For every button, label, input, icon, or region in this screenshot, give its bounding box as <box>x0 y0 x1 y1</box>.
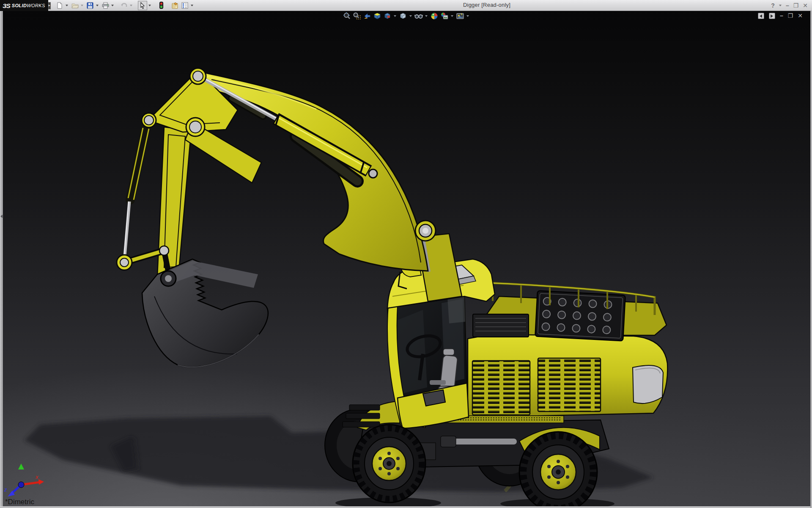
solidworks-logo-text: SOLIDWORKS <box>12 3 45 8</box>
select-tool-dropdown[interactable] <box>148 5 151 6</box>
open-document-button[interactable] <box>70 1 80 10</box>
dipper-cylinder <box>124 127 149 261</box>
print-dropdown[interactable] <box>111 5 114 6</box>
view-orientation-dropdown[interactable] <box>394 15 396 17</box>
display-style-dropdown[interactable] <box>409 15 412 17</box>
apply-scene-dropdown[interactable] <box>451 15 453 17</box>
undo-dropdown[interactable] <box>130 5 132 6</box>
splitter-collapse-arrow <box>0 215 3 218</box>
document-title: Digger [Read-only] <box>463 2 510 8</box>
left-pane-toggle-icon[interactable] <box>758 13 764 19</box>
help-dropdown[interactable] <box>779 5 782 6</box>
help-button[interactable]: ? <box>771 2 775 9</box>
doc-restore-button[interactable]: ❐ <box>788 13 793 19</box>
view-settings-dropdown[interactable] <box>466 15 469 17</box>
zoom-to-fit-button[interactable] <box>342 12 351 20</box>
zoom-to-area-button[interactable] <box>352 12 361 20</box>
standard-toolbar <box>55 0 195 10</box>
stoplight-button[interactable] <box>156 1 166 10</box>
doc-minimize-button[interactable]: – <box>780 13 783 19</box>
view-orientation-label: *Dimetric <box>5 498 34 506</box>
display-style-button[interactable] <box>398 12 407 20</box>
save-dropdown[interactable] <box>96 5 99 6</box>
minimize-button[interactable]: – <box>786 2 789 9</box>
apply-scene-button[interactable] <box>440 12 449 20</box>
view-settings-button[interactable] <box>455 12 464 20</box>
z-axis-label: z <box>4 486 7 493</box>
section-view-button[interactable] <box>373 12 381 20</box>
window-frame-right <box>810 11 812 508</box>
x-axis-arrow <box>38 479 44 485</box>
title-bar: ЗS SOLIDWORKS ▸ <box>0 0 812 11</box>
menu-flyout-button[interactable]: ▸ <box>48 2 51 9</box>
view-orientation-button[interactable] <box>383 12 392 20</box>
hide-show-items-dropdown[interactable] <box>425 15 428 17</box>
x-axis-label: x <box>35 474 38 480</box>
app-window-controls: ? – ❐ ✕ <box>771 0 808 11</box>
heads-up-view-toolbar <box>0 12 812 20</box>
undo-button[interactable] <box>119 1 129 10</box>
solidworks-logo-mark: ЗS <box>3 2 10 9</box>
solidworks-logo: ЗS SOLIDWORKS ▸ <box>0 0 48 11</box>
options-list-dropdown[interactable] <box>191 5 193 6</box>
new-document-dropdown[interactable] <box>66 5 68 6</box>
previous-view-button[interactable] <box>362 12 371 20</box>
y-axis-arrow <box>18 464 24 469</box>
doc-close-button[interactable]: ✕ <box>798 13 803 19</box>
edit-appearance-button[interactable] <box>430 12 439 20</box>
restore-button[interactable]: ❐ <box>793 2 799 9</box>
document-window-controls: – ❐ ✕ <box>758 13 803 19</box>
digger-3d-model[interactable] <box>0 11 812 506</box>
hide-show-items-button[interactable] <box>414 12 423 20</box>
front-wheel <box>353 425 425 502</box>
right-pane-toggle-icon[interactable] <box>769 13 775 19</box>
close-button[interactable]: ✕ <box>803 2 808 9</box>
new-document-button[interactable] <box>55 1 64 10</box>
window-frame-bottom <box>0 506 812 508</box>
rear-wheel <box>519 432 597 506</box>
select-tool-button[interactable] <box>138 1 147 10</box>
bucket <box>142 259 268 367</box>
triad-origin <box>18 482 24 488</box>
options-list-button[interactable] <box>180 1 189 10</box>
print-button[interactable] <box>101 1 110 10</box>
feature-manager-splitter[interactable] <box>0 11 3 508</box>
open-document-dropdown[interactable] <box>81 5 83 6</box>
graphics-viewport[interactable]: – ❐ ✕ x z *Dimetric <box>0 11 812 506</box>
save-button[interactable] <box>85 1 95 10</box>
note-button[interactable] <box>170 1 179 10</box>
